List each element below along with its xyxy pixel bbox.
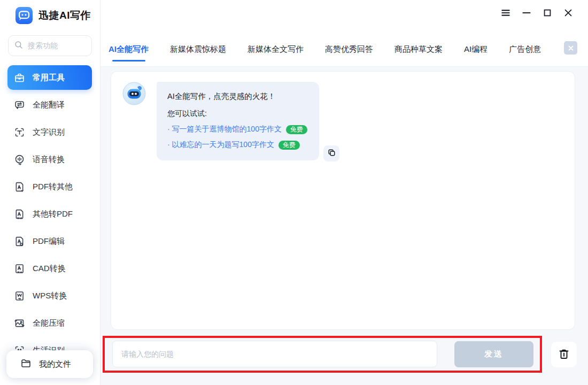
suggestion-link-2[interactable]: 以难忘的一天为题写100字作文 免费: [167, 140, 307, 150]
trash-icon: [558, 348, 570, 362]
close-icon[interactable]: [562, 7, 574, 19]
sidebar-item-voice-convert[interactable]: 语音转换: [7, 147, 92, 172]
robot-avatar-icon: [122, 82, 146, 105]
search-placeholder: 搜索功能: [28, 41, 58, 51]
suggestion-text[interactable]: 写一篇关于逛博物馆的100字作文: [167, 125, 282, 134]
search-icon: [14, 40, 24, 52]
copy-button[interactable]: [323, 145, 339, 161]
pdf-edit-icon: [14, 236, 25, 247]
minimize-icon[interactable]: [521, 7, 532, 19]
bot-greeting-text: AI全能写作，点亮灵感的火花！: [167, 91, 307, 102]
app-title: 迅捷AI写作: [38, 9, 91, 22]
sidebar-item-pdf-edit[interactable]: PDF编辑: [7, 229, 92, 253]
question-input[interactable]: [112, 341, 437, 367]
sidebar: 迅捷AI写作 搜索功能 常用工具 全能翻译 文字识别 语音转换: [0, 0, 100, 385]
compress-icon: [14, 318, 25, 329]
sidebar-item-other-to-pdf[interactable]: 其他转PDF: [7, 202, 92, 226]
ocr-icon: [14, 127, 25, 138]
sidebar-item-pdf-to-other[interactable]: PDF转其他: [7, 174, 92, 199]
sidebar-item-label: 其他转PDF: [33, 209, 73, 219]
free-badge: 免费: [278, 141, 300, 150]
sidebar-nav: 常用工具 全能翻译 文字识别 语音转换 PDF转其他 其他转PDF: [7, 65, 92, 365]
main-area: AI全能写作 新媒体震惊标题 新媒体全文写作 高赞优秀回答 商品种草文案 AI编…: [100, 0, 588, 385]
sidebar-item-translate[interactable]: 全能翻译: [7, 93, 92, 117]
send-button[interactable]: 发送: [454, 341, 533, 367]
sidebar-item-label: PDF转其他: [33, 182, 73, 192]
tabbar: AI全能写作 新媒体震惊标题 新媒体全文写作 高赞优秀回答 商品种草文案 AI编…: [100, 32, 588, 67]
toolbox-icon: [14, 72, 25, 83]
bot-message: AI全能写作，点亮灵感的火花！ 您可以试试: 写一篇关于逛博物馆的100字作文 …: [122, 82, 319, 160]
folder-icon: [20, 358, 32, 371]
sidebar-item-label: 语音转换: [33, 155, 65, 165]
my-files-label: 我的文件: [39, 359, 71, 369]
pdf-to-other-icon: [14, 181, 25, 192]
suggestion-link-1[interactable]: 写一篇关于逛博物馆的100字作文 免费: [167, 125, 307, 134]
bot-prompt-text: 您可以试试:: [167, 109, 307, 119]
sidebar-item-compress[interactable]: 全能压缩: [7, 311, 92, 335]
sidebar-item-ocr[interactable]: 文字识别: [7, 120, 92, 144]
sidebar-item-label: CAD转换: [33, 264, 66, 274]
cad-convert-icon: [14, 263, 25, 274]
tab-shocking-titles[interactable]: 新媒体震惊标题: [170, 44, 226, 55]
search-input[interactable]: 搜索功能: [8, 35, 92, 56]
app-logo-icon: [15, 6, 33, 25]
clear-chat-button[interactable]: [551, 342, 577, 367]
content-area: AI全能写作，点亮灵感的火花！ 您可以试试: 写一篇关于逛博物馆的100字作文 …: [100, 67, 588, 385]
bot-message-bubble: AI全能写作，点亮灵感的火花！ 您可以试试: 写一篇关于逛博物馆的100字作文 …: [157, 82, 319, 160]
titlebar: [100, 0, 588, 32]
translate-icon: [14, 99, 25, 111]
tab-top-answers[interactable]: 高赞优秀回答: [325, 44, 373, 55]
tab-ai-coding[interactable]: AI编程: [464, 44, 488, 55]
sidebar-item-label: WPS转换: [33, 291, 67, 301]
sidebar-item-label: 文字识别: [33, 127, 65, 137]
sidebar-item-label: PDF编辑: [33, 236, 65, 247]
sidebar-item-cad-convert[interactable]: CAD转换: [7, 256, 92, 281]
tabbar-close-icon[interactable]: [564, 41, 577, 55]
wps-convert-icon: [14, 290, 25, 302]
app-window: 迅捷AI写作 搜索功能 常用工具 全能翻译 文字识别 语音转换: [0, 0, 588, 385]
app-logo: 迅捷AI写作: [15, 6, 91, 25]
sidebar-item-my-files[interactable]: 我的文件: [6, 350, 93, 378]
chat-panel: AI全能写作，点亮灵感的火花！ 您可以试试: 写一篇关于逛博物馆的100字作文 …: [111, 71, 575, 330]
sidebar-item-common-tools[interactable]: 常用工具: [7, 65, 92, 90]
suggestion-text[interactable]: 以难忘的一天为题写100字作文: [167, 140, 274, 150]
menu-icon[interactable]: [500, 7, 512, 19]
sidebar-item-label: 全能翻译: [33, 100, 65, 110]
maximize-icon[interactable]: [541, 7, 553, 19]
window-controls: [500, 7, 574, 19]
tab-ai-writing[interactable]: AI全能写作: [109, 44, 149, 55]
copy-icon: [327, 148, 336, 159]
free-badge: 免费: [286, 125, 307, 134]
tab-ad-creative[interactable]: 广告创意: [509, 44, 541, 55]
voice-convert-icon: [14, 154, 25, 165]
tab-full-article[interactable]: 新媒体全文写作: [247, 44, 304, 55]
sidebar-item-wps-convert[interactable]: WPS转换: [7, 283, 92, 308]
other-to-pdf-icon: [14, 209, 25, 220]
sidebar-item-label: 全能压缩: [33, 318, 65, 328]
sidebar-item-label: 常用工具: [33, 73, 65, 83]
tab-product-copy[interactable]: 商品种草文案: [394, 44, 443, 55]
